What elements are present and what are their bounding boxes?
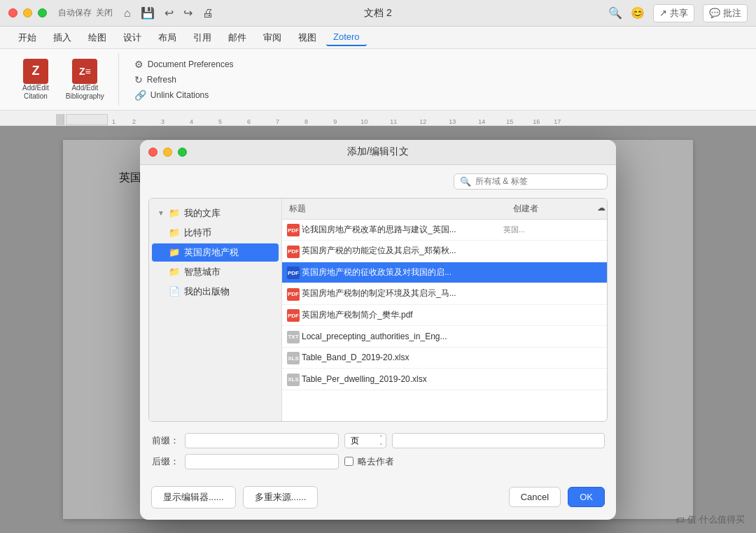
col-header-extra: ☁: [590, 201, 607, 216]
save-icon[interactable]: 💾: [138, 5, 158, 21]
search-input[interactable]: [475, 176, 601, 186]
page-input[interactable]: [392, 433, 605, 448]
comment-button[interactable]: 💬 批注: [703, 4, 748, 22]
add-edit-bibliography-button[interactable]: Z≡ Add/EditBibliography: [60, 56, 110, 104]
menu-item-zotero[interactable]: Zotero: [326, 29, 367, 46]
maximize-traffic-light[interactable]: [38, 8, 47, 17]
redo-icon[interactable]: ↪: [181, 5, 195, 21]
list-item[interactable]: PDF 论我国房地产税改革的思路与建议_英国... 英国...: [282, 220, 607, 241]
folder-icon: 📁: [169, 208, 180, 218]
prefix-row: 前缀： 页: [151, 433, 605, 448]
menu-item-review[interactable]: 审阅: [256, 29, 288, 47]
comment-icon: 💬: [709, 8, 720, 18]
share-button[interactable]: ↗ 共享: [653, 4, 694, 22]
suffix-row: 后缀： 略去作者: [151, 454, 605, 469]
menu-item-insert[interactable]: 插入: [46, 29, 78, 47]
list-item[interactable]: PDF 英国房地产税制简介_樊华.pdf: [282, 305, 607, 327]
item-title: Table_Per_dwelling_2019-20.xlsx: [302, 374, 503, 384]
folder-icon: 📁: [169, 247, 180, 257]
ok-button[interactable]: OK: [568, 487, 605, 507]
item-creator: 英国...: [503, 225, 587, 235]
unlink-citations-label: Unlink Citations: [150, 90, 209, 100]
search-icon[interactable]: 🔍: [608, 6, 622, 20]
tree-item-bitcoin[interactable]: 📁 比特币: [152, 224, 279, 242]
close-traffic-light[interactable]: [8, 8, 18, 17]
dialog-minimize-light[interactable]: [163, 148, 172, 157]
menu-item-mail[interactable]: 邮件: [221, 29, 253, 47]
preferences-icon: ⚙: [134, 59, 144, 70]
file-icon: TXT: [285, 329, 302, 343]
list-item[interactable]: XLS Table_Band_D_2019-20.xlsx: [282, 348, 607, 369]
pdf-icon: PDF: [285, 287, 302, 301]
footer-left: 显示编辑器...... 多重来源......: [151, 486, 318, 509]
tree-item-publications[interactable]: 📄 我的出版物: [152, 283, 279, 301]
suffix-input[interactable]: [185, 454, 339, 469]
item-title: 论我国房地产税改革的思路与建议_英国...: [302, 224, 503, 236]
dialog-footer: 显示编辑器...... 多重来源...... Cancel OK: [148, 481, 608, 511]
smart-city-label: 智慧城市: [184, 266, 220, 278]
print-icon[interactable]: 🖨: [200, 6, 216, 21]
multiple-sources-button[interactable]: 多重来源......: [243, 486, 318, 509]
tree-item-library[interactable]: ▼ 📁 我的文库: [152, 204, 279, 222]
menu-item-layout[interactable]: 布局: [151, 29, 183, 47]
omit-author-label[interactable]: 略去作者: [344, 455, 394, 468]
dialog-sidebar: ▼ 📁 我的文库 📁 比特币 📁 英国房地产税: [149, 199, 282, 421]
list-item[interactable]: TXT Local_precepting_authorities_in_Eng.…: [282, 326, 607, 348]
tree-item-smart-city[interactable]: 📁 智慧城市: [152, 263, 279, 281]
library-label: 我的文库: [184, 207, 220, 220]
comment-label: 批注: [723, 7, 741, 20]
list-item[interactable]: XLS Table_Per_dwelling_2019-20.xlsx: [282, 369, 607, 390]
prefix-input[interactable]: [185, 433, 339, 448]
add-edit-citation-label: Add/EditCitation: [22, 84, 49, 101]
menu-item-view[interactable]: 视图: [291, 29, 323, 47]
content-header: 标题 创建者 ☁: [282, 199, 607, 220]
add-edit-citation-button[interactable]: Z Add/EditCitation: [17, 56, 55, 104]
share-label: 共享: [670, 7, 688, 20]
undo-icon[interactable]: ↩: [162, 5, 176, 21]
title-bar-icons: ⌂ 💾 ↩ ↪ 🖨: [121, 5, 216, 21]
user-icon[interactable]: 😊: [631, 6, 645, 20]
menu-item-references[interactable]: 引用: [186, 29, 218, 47]
col-header-creator: 创建者: [506, 201, 590, 216]
chevron-down-icon: ▼: [158, 209, 164, 217]
modal-overlay: 添加/编辑引文 🔍 ▼ 📁: [0, 126, 756, 533]
menu-item-draw[interactable]: 绘图: [81, 29, 113, 47]
ruler: 1 2 3 4 5 6 7 8 9 10 11 12 13 14 15 16 1…: [0, 111, 756, 126]
dialog-maximize-light[interactable]: [178, 148, 187, 157]
home-icon[interactable]: ⌂: [121, 6, 134, 21]
list-item-selected[interactable]: PDF 英国房地产税的征收政策及对我国的启...: [282, 262, 607, 284]
doc-icon: 📄: [169, 286, 180, 297]
cancel-button[interactable]: Cancel: [509, 487, 561, 507]
page-select-wrapper: 页: [344, 433, 386, 448]
dialog-add-edit-citation: 添加/编辑引文 🔍 ▼ 📁: [140, 140, 616, 520]
show-editor-button[interactable]: 显示编辑器......: [151, 486, 236, 509]
menu-item-home[interactable]: 开始: [11, 29, 43, 47]
dialog-close-light[interactable]: [148, 148, 158, 157]
zotero-citation-icon: Z: [23, 59, 48, 84]
minimize-traffic-light[interactable]: [23, 8, 32, 17]
dialog-content: 标题 创建者 ☁ PDF 论我国房地产税改革的思路与建议_英国... 英国...: [282, 199, 607, 421]
item-title: 英国房产税的功能定位及其启示_郑菊秋...: [302, 245, 503, 257]
uk-realestate-label: 英国房地产税: [184, 246, 239, 259]
col-header-title: 标题: [282, 201, 506, 216]
dialog-title: 添加/编辑引文: [347, 145, 409, 158]
unlink-citations-button[interactable]: 🔗 Unlink Citations: [130, 88, 238, 102]
refresh-button[interactable]: ↻ Refresh: [130, 73, 238, 87]
dialog-form: 前缀： 页 后缀： 略去作: [148, 427, 608, 475]
omit-author-checkbox[interactable]: [344, 457, 354, 466]
list-item[interactable]: PDF 英国房地产税制的制定环境及其启示_马...: [282, 283, 607, 305]
folder-icon: 📁: [169, 266, 180, 277]
ribbon-group-citation: Z Add/EditCitation Z≡ Add/EditBibliograp…: [8, 53, 119, 106]
item-title: 英国房地产税制的制定环境及其启示_马...: [302, 287, 503, 299]
ribbon-group-tools: ⚙ Document Preferences ↻ Refresh 🔗 Unlin…: [122, 53, 246, 106]
title-bar-right: 🔍 😊 ↗ 共享 💬 批注: [608, 4, 748, 22]
item-title: Table_Band_D_2019-20.xlsx: [302, 353, 503, 362]
list-item[interactable]: PDF 英国房产税的功能定位及其启示_郑菊秋...: [282, 241, 607, 262]
document-preferences-button[interactable]: ⚙ Document Preferences: [130, 57, 238, 71]
tree-item-uk-realestate[interactable]: 📁 英国房地产税: [152, 243, 279, 262]
page-select[interactable]: 页: [344, 433, 386, 448]
close-label[interactable]: 关闭: [96, 7, 113, 19]
menu-item-design[interactable]: 设计: [116, 29, 148, 47]
bitcoin-label: 比特币: [184, 227, 211, 239]
dialog-body: 🔍 ▼ 📁 我的文库 📁 比: [140, 165, 616, 520]
